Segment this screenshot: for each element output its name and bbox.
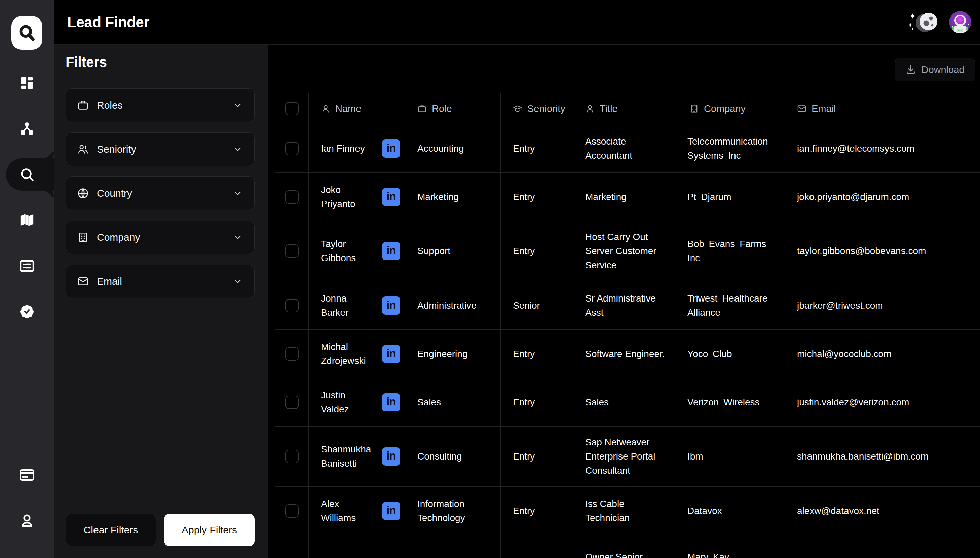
column-header-name: Name xyxy=(309,93,405,124)
filter-roles[interactable]: Roles xyxy=(66,89,255,122)
filter-label: Seniority xyxy=(97,144,136,155)
row-checkbox[interactable] xyxy=(285,347,299,361)
sidebar-item-workflow[interactable] xyxy=(0,106,54,152)
filter-company[interactable]: Company xyxy=(66,220,255,254)
user-icon xyxy=(321,104,330,113)
title-cell: Sr Administrative Asst xyxy=(573,281,677,330)
theme-toggle-button[interactable] xyxy=(908,10,941,35)
name-cell: Michal Zdrojewski in xyxy=(309,330,405,378)
name-cell: Ian Finney in xyxy=(309,125,405,172)
role-cell: Marketing xyxy=(405,173,501,221)
column-header-title: Title xyxy=(573,93,677,124)
role-cell: Information Technology xyxy=(405,487,501,535)
row-checkbox[interactable] xyxy=(285,190,299,204)
name-cell: Shanmukha Banisetti in xyxy=(309,427,405,486)
linkedin-icon[interactable]: in xyxy=(382,242,400,260)
seniority-cell: Entry xyxy=(501,330,573,378)
column-header-seniority: Seniority xyxy=(501,93,573,124)
lead-name: Alex Williams xyxy=(321,497,375,525)
row-checkbox[interactable] xyxy=(285,450,299,463)
title-cell: Iss Cable Technician xyxy=(573,487,677,535)
seniority-cell xyxy=(501,535,573,558)
seniority-cell: Entry xyxy=(501,125,573,172)
download-button[interactable]: Download xyxy=(894,58,975,81)
building-icon xyxy=(77,231,89,243)
row-checkbox[interactable] xyxy=(285,299,299,312)
table-header: Name Role Seniority Title xyxy=(275,93,980,125)
linkedin-icon[interactable]: in xyxy=(382,297,400,315)
name-cell: Alex Williams in xyxy=(309,487,405,535)
row-checkbox-cell xyxy=(275,378,309,426)
select-all-checkbox[interactable] xyxy=(275,93,309,124)
sidebar-item-search[interactable] xyxy=(0,152,54,197)
table-row: Justin Valdez in Sales Entry Sales Veriz… xyxy=(275,378,980,427)
sidebar-item-lists[interactable] xyxy=(0,243,54,289)
linkedin-icon[interactable]: in xyxy=(382,345,400,363)
linkedin-icon[interactable]: in xyxy=(382,447,400,466)
sidebar-item-map[interactable] xyxy=(0,197,54,243)
row-checkbox[interactable] xyxy=(285,504,299,518)
table-row: Taylor Gibbons in Support Entry Host Car… xyxy=(275,221,980,281)
sidebar-item-billing[interactable] xyxy=(0,452,54,497)
email-cell: justin.valdez@verizon.com xyxy=(785,378,980,426)
role-cell: Consulting xyxy=(405,427,501,486)
row-checkbox-cell xyxy=(275,281,309,330)
seniority-cell: Entry xyxy=(501,487,573,535)
row-checkbox[interactable] xyxy=(285,142,299,155)
table-body: Ian Finney in Accounting Entry Associate… xyxy=(275,125,980,558)
seniority-cell: Entry xyxy=(501,378,573,426)
sidebar-item-account[interactable] xyxy=(0,497,54,543)
title-cell: Owner Senior xyxy=(573,535,677,558)
dashboard-icon xyxy=(19,75,35,91)
linkedin-icon[interactable]: in xyxy=(382,188,400,206)
sidebar-nav xyxy=(0,60,54,335)
chevron-down-icon xyxy=(233,100,243,110)
row-checkbox-cell xyxy=(275,221,309,281)
leads-table-area: Download Name Role xyxy=(268,45,980,558)
email-cell: taylor.gibbons@bobevans.com xyxy=(785,221,980,281)
sidebar-item-dashboard[interactable] xyxy=(0,60,54,106)
magnifier-logo-icon xyxy=(17,23,37,43)
graduation-cap-icon xyxy=(513,104,522,113)
name-cell: Justin Valdez in xyxy=(309,378,405,426)
table-row: Jonna Barker in Administrative Senior Sr… xyxy=(275,281,980,330)
user-icon xyxy=(585,104,595,113)
title-cell: Software Engineer. xyxy=(573,330,677,378)
company-cell: Pt Djarum xyxy=(677,173,785,221)
user-avatar[interactable] xyxy=(949,11,971,33)
filter-email[interactable]: Email xyxy=(66,264,255,298)
table-row: Alex Williams in Information Technology … xyxy=(275,487,980,535)
role-cell: Support xyxy=(405,221,501,281)
workflow-icon xyxy=(19,121,35,137)
linkedin-icon[interactable]: in xyxy=(382,502,400,520)
apply-filters-button[interactable]: Apply Filters xyxy=(164,514,255,546)
email-cell: ian.finney@telecomsys.com xyxy=(785,125,980,172)
mail-icon xyxy=(77,276,89,287)
app-logo[interactable] xyxy=(12,16,43,50)
linkedin-icon[interactable]: in xyxy=(382,140,400,158)
mail-icon xyxy=(797,104,806,113)
column-header-company: Company xyxy=(677,93,785,124)
sidebar-item-verified[interactable] xyxy=(0,289,54,335)
table-row: Shanmukha Banisetti in Consulting Entry … xyxy=(275,427,980,487)
filter-country[interactable]: Country xyxy=(66,176,255,210)
download-label: Download xyxy=(921,64,965,75)
chevron-down-icon xyxy=(233,232,243,242)
moon-sparkles-icon xyxy=(908,10,941,35)
role-cell: Accounting xyxy=(405,125,501,172)
building-icon xyxy=(689,104,699,113)
linkedin-icon[interactable]: in xyxy=(382,393,400,412)
filter-label: Company xyxy=(97,231,140,243)
chevron-down-icon xyxy=(233,144,243,154)
email-cell: joko.priyanto@djarum.com xyxy=(785,173,980,221)
row-checkbox[interactable] xyxy=(285,245,299,258)
row-checkbox[interactable] xyxy=(285,396,299,409)
filter-seniority[interactable]: Seniority xyxy=(66,133,255,166)
email-cell xyxy=(785,535,980,558)
lead-finder-app: Lead Finder xyxy=(0,0,980,558)
row-checkbox-cell xyxy=(275,487,309,535)
clear-filters-button[interactable]: Clear Filters xyxy=(66,514,156,546)
email-cell: jbarker@triwest.com xyxy=(785,281,980,330)
lead-name: Taylor Gibbons xyxy=(321,237,375,265)
company-cell: Datavox xyxy=(677,487,785,535)
